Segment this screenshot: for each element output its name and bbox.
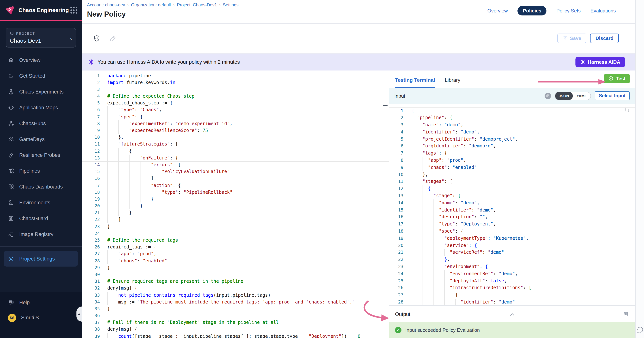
line-number: 20 — [389, 242, 412, 249]
save-button[interactable]: Save — [558, 34, 586, 43]
editor-toolbar: Save Discard — [82, 24, 635, 54]
sidebar-user[interactable]: SS Smriti S — [0, 310, 82, 325]
code-line: 7 "spec": { — [82, 113, 389, 120]
code-line: 25# Define the required tags — [82, 237, 389, 244]
format-option-yaml[interactable]: YAML — [573, 92, 590, 100]
breadcrumb-link-account[interactable]: Account: chaos-dev — [87, 3, 125, 7]
line-number: 1 — [82, 72, 107, 79]
user-name: Smriti S — [21, 315, 39, 320]
line-number: 4 — [82, 93, 107, 100]
code-line: 1{ — [389, 107, 635, 114]
sidebar-item-label: Resilience Probes — [19, 152, 60, 158]
app-grid-icon[interactable] — [70, 7, 77, 14]
policy-code-editor[interactable]: 1package pipeline2import future.keywords… — [82, 70, 389, 338]
code-line: 2 "pipeline": { — [389, 114, 635, 122]
sidebar-item-resilience-probes[interactable]: Resilience Probes — [0, 147, 82, 163]
code-line: 22 }, — [389, 256, 635, 263]
breadcrumb-link-project[interactable]: Project: Chaos-Dev1 — [177, 3, 217, 7]
sidebar-item-chaosguard[interactable]: ChaosGuard — [0, 210, 82, 226]
line-number: 3 — [389, 121, 412, 129]
tab-library[interactable]: Library — [445, 77, 460, 88]
test-button[interactable]: Test — [604, 74, 630, 83]
sidebar-item-pipelines[interactable]: Pipelines — [0, 163, 82, 179]
support-chat-icon[interactable] — [636, 326, 644, 333]
avatar: SS — [8, 313, 16, 322]
project-name: Chaos-Dev1 — [10, 37, 72, 44]
sidebar-item-gamedays[interactable]: GameDays — [0, 131, 82, 147]
page-gutter — [635, 0, 644, 338]
breadcrumb-link-settings[interactable]: Settings — [223, 3, 238, 7]
input-code-editor[interactable]: 1{2 "pipeline": {3 "name": "demo",4 "ide… — [389, 104, 635, 305]
play-circle-icon — [608, 76, 614, 81]
code-line: 4# Define the expected Chaos step — [82, 93, 389, 100]
code-line: 17 "action": { — [82, 182, 389, 189]
output-header-bar: Output — [389, 305, 635, 322]
line-number: 19 — [389, 235, 412, 242]
breadcrumb-link-organization[interactable]: Organization: default — [131, 3, 171, 7]
harness-aida-button[interactable]: Harness AIDA — [576, 57, 625, 67]
policy-check-icon[interactable] — [93, 35, 100, 42]
sidebar-item-chaoshubs[interactable]: ChaosHubs — [0, 115, 82, 131]
overview-ruler-cursor — [383, 105, 388, 106]
breadcrumb-separator: › — [219, 3, 221, 7]
line-number: 18 — [389, 228, 412, 235]
line-number: 2 — [389, 114, 412, 122]
home-icon — [8, 57, 14, 63]
collapse-output-icon[interactable] — [508, 311, 516, 318]
code-line: 26 "infrastructureDefinitions": [ — [389, 284, 635, 292]
get-started-icon — [8, 73, 14, 79]
code-line: 8 "app": "prod", — [389, 157, 635, 164]
code-line: 4 "identifier": "demo", — [389, 129, 635, 136]
sidebar-item-environments[interactable]: Environments — [0, 195, 82, 210]
top-nav-evaluations[interactable]: Evaluations — [590, 6, 616, 16]
select-input-button[interactable]: Select Input — [595, 91, 630, 100]
line-number: 16 — [389, 214, 412, 221]
code-line: 35} — [82, 305, 389, 312]
sidebar-item-get-started[interactable]: Get Started — [0, 68, 82, 84]
top-nav-policies[interactable]: Policies — [518, 6, 547, 16]
sidebar-divider — [0, 271, 82, 271]
flask-icon — [8, 88, 14, 95]
code-line: 19 } — [82, 196, 389, 202]
line-number: 5 — [389, 136, 412, 143]
svg-text:?: ? — [10, 300, 11, 303]
tab-testing-terminal[interactable]: Testing Terminal — [395, 77, 435, 88]
sidebar-item-application-maps[interactable]: Application Maps — [0, 100, 82, 115]
hub-icon — [8, 120, 14, 127]
code-line: 5expected_chaos_step := { — [82, 100, 389, 107]
format-toggle[interactable]: JSONYAML — [554, 91, 591, 100]
discard-button[interactable]: Discard — [590, 34, 619, 43]
line-number: 17 — [82, 182, 107, 189]
sidebar-item-overview[interactable]: Overview — [0, 52, 82, 68]
sidebar-collapse-handle[interactable]: ◀ — [76, 306, 82, 321]
line-number: 11 — [82, 141, 107, 148]
code-line: 12 { — [389, 185, 635, 192]
code-line: 11 "stages": [ — [389, 178, 635, 185]
sidebar-item-image-registry[interactable]: Image Registry — [0, 226, 82, 242]
policy-language-icon[interactable] — [544, 93, 551, 99]
project-selector[interactable]: PROJECT Chaos-Dev1 › — [6, 28, 76, 48]
line-number: 23 — [389, 263, 412, 270]
clear-output-icon[interactable] — [623, 311, 629, 317]
sidebar-item-label: Project Settings — [19, 256, 55, 261]
edit-pencil-icon[interactable] — [109, 35, 117, 42]
line-number: 14 — [389, 199, 412, 207]
code-line: 33 not pipeline_contains_required_tags(i… — [82, 292, 389, 298]
code-line: 11 "failureStrategies": [ — [82, 141, 389, 148]
aida-banner: You can use Harness AIDA to write your p… — [82, 54, 635, 71]
format-option-json[interactable]: JSON — [555, 92, 573, 100]
environments-icon — [8, 199, 14, 206]
sidebar-item-help[interactable]: ? Help — [0, 295, 82, 310]
sidebar-item-chaos-experiments[interactable]: Chaos Experiments — [0, 84, 82, 100]
code-line: 23 "environment": { — [389, 263, 635, 270]
code-line: 13 "onFailure": { — [82, 155, 389, 161]
code-line: 28 "identifier": "demo" — [389, 299, 635, 305]
top-nav-overview[interactable]: Overview — [487, 6, 508, 16]
sidebar-item-chaos-dashboards[interactable]: Chaos Dashboards — [0, 179, 82, 195]
code-line: 1package pipeline — [82, 72, 389, 79]
pipeline-icon — [8, 168, 14, 174]
top-nav-policy-sets[interactable]: Policy Sets — [556, 6, 581, 16]
line-number: 8 — [82, 120, 107, 127]
line-number: 30 — [82, 271, 107, 278]
sidebar-item-project-settings[interactable]: Project Settings — [4, 251, 78, 266]
